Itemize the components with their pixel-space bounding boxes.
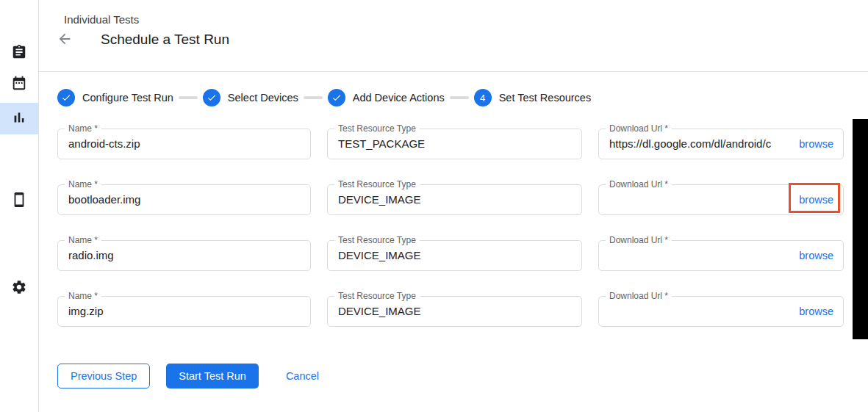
url-field-label: Download Url *	[606, 235, 672, 245]
download-url-field[interactable]: Download Url * https://dl.google.com/dl/…	[598, 129, 844, 159]
sidebar-item-tests[interactable]	[0, 37, 38, 69]
type-field-value: DEVICE_IMAGE	[328, 241, 581, 270]
url-field-label: Download Url *	[606, 291, 672, 301]
name-field[interactable]: Name * img.zip	[57, 296, 311, 327]
sidebar-item-settings[interactable]	[0, 272, 38, 304]
type-field-value: DEVICE_IMAGE	[328, 185, 581, 214]
step-set-test-resources[interactable]: 4 Set Test Resources	[474, 89, 591, 106]
step-number-badge: 4	[474, 89, 492, 106]
sidebar	[0, 0, 39, 412]
form-actions: Previous Step Start Test Run Cancel	[57, 364, 868, 388]
page-title: Schedule a Test Run	[101, 32, 229, 48]
name-field-label: Name *	[65, 291, 101, 301]
type-field-label: Test Resource Type	[334, 123, 420, 134]
url-field-label: Download Url *	[606, 179, 672, 189]
step-select-devices[interactable]: Select Devices	[203, 89, 298, 106]
step-label: Configure Test Run	[82, 92, 173, 104]
name-field-value: android-cts.zip	[58, 129, 310, 159]
step-complete-check-icon	[203, 89, 220, 106]
browse-link[interactable]: browse	[799, 129, 833, 159]
start-test-run-button[interactable]: Start Test Run	[166, 364, 259, 388]
test-resources-form: Name * android-cts.zip Test Resource Typ…	[57, 129, 868, 327]
assignment-icon	[11, 44, 27, 63]
browse-link[interactable]: browse	[799, 241, 833, 270]
name-field-label: Name *	[65, 235, 101, 245]
type-field-value: TEST_PACKAGE	[328, 129, 581, 159]
name-field-label: Name *	[65, 179, 101, 189]
cancel-button[interactable]: Cancel	[286, 370, 319, 382]
browse-link[interactable]: browse	[799, 185, 833, 214]
bar-chart-icon	[11, 109, 27, 129]
name-field-value: bootloader.img	[58, 185, 310, 214]
smartphone-icon	[11, 192, 27, 211]
test-resource-type-field[interactable]: Test Resource Type DEVICE_IMAGE	[327, 184, 582, 215]
name-field[interactable]: Name * bootloader.img	[57, 184, 311, 215]
page-header: Individual Tests Schedule a Test Run	[39, 0, 868, 72]
download-url-field[interactable]: Download Url * browse	[598, 296, 844, 327]
previous-step-button[interactable]: Previous Step	[57, 364, 150, 388]
gear-icon	[11, 279, 27, 298]
arrow-back-icon	[57, 31, 73, 49]
browse-link[interactable]: browse	[799, 297, 833, 326]
sidebar-item-test-plans[interactable]	[0, 68, 38, 100]
download-url-field[interactable]: Download Url * browse	[598, 240, 844, 271]
step-label: Add Device Actions	[353, 92, 445, 104]
step-complete-check-icon	[57, 89, 75, 106]
test-resource-type-field[interactable]: Test Resource Type DEVICE_IMAGE	[327, 240, 582, 271]
app-window: Individual Tests Schedule a Test Run Con…	[0, 0, 868, 412]
name-field-label: Name *	[65, 123, 101, 134]
type-field-label: Test Resource Type	[334, 179, 420, 189]
breadcrumb: Individual Tests	[64, 13, 868, 26]
test-resource-type-field[interactable]: Test Resource Type TEST_PACKAGE	[327, 129, 582, 159]
name-field[interactable]: Name * radio.img	[57, 240, 311, 271]
type-field-value: DEVICE_IMAGE	[328, 297, 581, 326]
name-field-value: radio.img	[58, 241, 310, 270]
name-field-value: img.zip	[58, 297, 310, 326]
sidebar-item-test-results[interactable]	[0, 103, 38, 134]
step-label: Select Devices	[228, 92, 298, 104]
type-field-label: Test Resource Type	[334, 291, 420, 301]
step-connector	[179, 96, 198, 99]
test-resource-type-field[interactable]: Test Resource Type DEVICE_IMAGE	[327, 296, 582, 327]
step-connector	[304, 96, 323, 99]
download-url-field[interactable]: Download Url * browse	[598, 184, 844, 215]
step-configure-test-run[interactable]: Configure Test Run	[57, 89, 173, 106]
right-edge-dark-artifact	[853, 119, 868, 339]
main-content: Individual Tests Schedule a Test Run Con…	[39, 0, 868, 412]
stepper: Configure Test Run Select Devices Add De…	[57, 89, 868, 106]
back-button[interactable]	[57, 31, 74, 48]
url-field-label: Download Url *	[606, 123, 672, 134]
calendar-icon	[11, 75, 27, 94]
step-add-device-actions[interactable]: Add Device Actions	[328, 89, 445, 106]
step-label: Set Test Resources	[499, 92, 591, 104]
name-field[interactable]: Name * android-cts.zip	[57, 129, 311, 159]
sidebar-item-devices[interactable]	[0, 185, 38, 217]
step-connector	[450, 96, 469, 99]
type-field-label: Test Resource Type	[334, 235, 420, 245]
step-complete-check-icon	[328, 89, 345, 106]
